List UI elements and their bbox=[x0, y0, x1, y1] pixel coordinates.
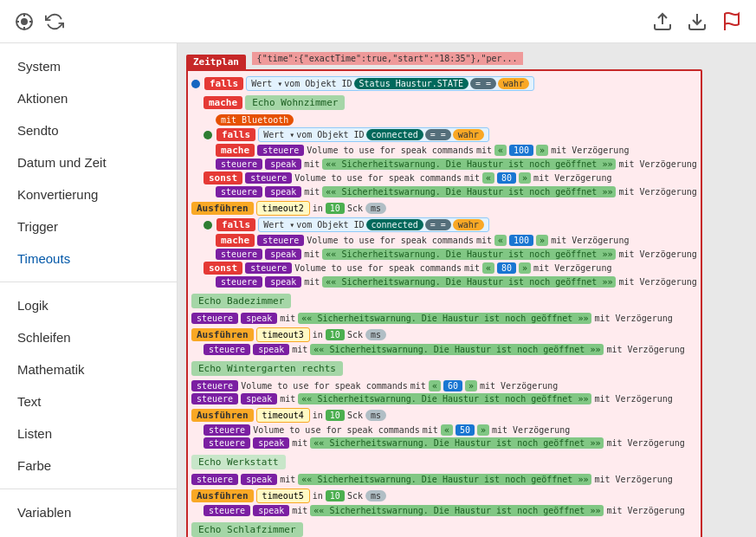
export-icon[interactable] bbox=[652, 11, 673, 32]
row-sonst-1: sonst steuere Volume to use for speak co… bbox=[204, 171, 697, 184]
row-steuere-speak-3: steuere speak mit «« Sicherheitswarnung.… bbox=[216, 249, 697, 260]
top-bar bbox=[0, 0, 756, 43]
kw-falls-1: falls bbox=[204, 77, 243, 90]
row-steuere-speak-9: steuere speak mit «« Sicherheitswarnung.… bbox=[191, 474, 697, 485]
sidebar-item-logik[interactable]: Logik bbox=[0, 289, 177, 321]
row-steuere-speak-2: steuere speak mit «« Sicherheitswarnung.… bbox=[216, 186, 697, 197]
row-steuere-speak-5: steuere speak mit «« Sicherheitswarnung.… bbox=[191, 313, 697, 324]
echo-schlafzimmer-label: Echo Schlafzimmer bbox=[191, 520, 697, 537]
row-steuere-speak-4: steuere speak mit «« Sicherheitswarnung.… bbox=[216, 276, 697, 288]
sidebar: System Aktionen Sendto Datum und Zeit Ko… bbox=[0, 43, 178, 537]
row-steuere-speak-8: steuere speak mit «« Sicherheitswarnung.… bbox=[204, 437, 697, 449]
blocks-container: Zeitplan {"time":{"exactTime":true,"star… bbox=[186, 52, 702, 537]
sidebar-item-datum[interactable]: Datum und Zeit bbox=[0, 146, 177, 178]
sidebar-item-farbe[interactable]: Farbe bbox=[0, 450, 177, 482]
row-steuere-volume-4: steuere Volume to use for speak commands… bbox=[204, 424, 697, 436]
row-falls-1: falls Wert ▾ vom Objekt ID Status Haustu… bbox=[191, 76, 697, 91]
echo-wintergarten-label: Echo Wintergarten rechts bbox=[191, 359, 697, 378]
target-icon[interactable] bbox=[14, 11, 35, 32]
kw-mache-1: mache bbox=[204, 96, 242, 109]
top-bar-left bbox=[14, 11, 64, 32]
echo-badezimmer-label: Echo Badezimmer bbox=[191, 291, 697, 311]
row-ausfuehren-3: Ausführen timeout4 in 10 Sck ms bbox=[191, 408, 697, 423]
sidebar-item-konvertierung[interactable]: Konvertierung bbox=[0, 178, 177, 210]
pill-bluetooth: mit Bluetooth bbox=[216, 114, 294, 126]
row-bluetooth: mit Bluetooth bbox=[216, 114, 697, 126]
block-main: falls Wert ▾ vom Objekt ID Status Haustu… bbox=[186, 69, 702, 537]
row-steuere-speak-1: steuere speak mit «« Sicherheitswarnung.… bbox=[216, 159, 697, 170]
sidebar-item-listen[interactable]: Listen bbox=[0, 417, 177, 450]
flag-icon[interactable] bbox=[721, 11, 742, 32]
canvas-area[interactable]: Zeitplan {"time":{"exactTime":true,"star… bbox=[178, 43, 756, 537]
row-mache-volume-1: mache steuere Volume to use for speak co… bbox=[216, 144, 697, 157]
wert-1: Wert ▾ vom Objekt ID Status Haustur.STAT… bbox=[246, 76, 534, 91]
sidebar-divider-2 bbox=[0, 488, 177, 489]
row-ausfuehren-4: Ausführen timeout5 in 10 Sck ms bbox=[191, 488, 697, 503]
sidebar-item-variablen[interactable]: Variablen bbox=[0, 496, 177, 528]
row-sonst-2: sonst steuere Volume to use for speak co… bbox=[204, 262, 697, 275]
row-steuere-speak-6: steuere speak mit «« Sicherheitswarnung.… bbox=[204, 344, 697, 355]
sidebar-item-trigger[interactable]: Trigger bbox=[0, 210, 177, 243]
main-block: Zeitplan {"time":{"exactTime":true,"star… bbox=[186, 52, 702, 537]
import-icon[interactable] bbox=[687, 11, 708, 32]
row-mache-volume-2: mache steuere Volume to use for speak co… bbox=[216, 234, 697, 247]
row-mache-1: mache Echo Wohnzimmer bbox=[204, 93, 697, 113]
row-steuere-speak-10: steuere speak mit «« Sicherheitswarnung.… bbox=[204, 505, 697, 516]
block-subtitle: {"time":{"exactTime":true,"start":"18:35… bbox=[252, 52, 523, 65]
row-ausfuehren-1: Ausführen timeout2 in 10 Sck ms bbox=[191, 201, 697, 216]
sidebar-item-aktionen[interactable]: Aktionen bbox=[0, 82, 177, 114]
dot-1 bbox=[191, 80, 200, 88]
sidebar-item-sendto[interactable]: Sendto bbox=[0, 114, 177, 146]
svg-point-1 bbox=[21, 18, 28, 25]
echo-wohnzimmer: Echo Wohnzimmer bbox=[245, 95, 345, 110]
sidebar-item-funktionen[interactable]: Funktionen bbox=[0, 528, 177, 537]
row-ausfuehren-2: Ausführen timeout3 in 10 Sck ms bbox=[191, 327, 697, 342]
row-steuere-volume-3: steuere Volume to use for speak commands… bbox=[191, 380, 697, 391]
sidebar-divider-1 bbox=[0, 281, 177, 282]
wert-2: Wert ▾ vom Objekt ID connected = = wahr bbox=[258, 127, 489, 142]
refresh-icon[interactable] bbox=[45, 12, 64, 31]
dot-3 bbox=[204, 221, 212, 230]
sidebar-item-text[interactable]: Text bbox=[0, 385, 177, 417]
row-falls-2: falls Wert ▾ vom Objekt ID connected = =… bbox=[204, 127, 697, 142]
sidebar-item-timeouts[interactable]: Timeouts bbox=[0, 243, 177, 275]
top-bar-right bbox=[652, 11, 742, 32]
dot-2 bbox=[204, 131, 212, 139]
block-title: Zeitplan bbox=[186, 55, 246, 69]
main: System Aktionen Sendto Datum und Zeit Ko… bbox=[0, 43, 756, 537]
kw-falls-2: falls bbox=[216, 128, 255, 141]
sidebar-item-mathematik[interactable]: Mathematik bbox=[0, 353, 177, 385]
sidebar-item-schleifen[interactable]: Schleifen bbox=[0, 321, 177, 353]
echo-werkstatt-label: Echo Werkstatt bbox=[191, 452, 697, 472]
row-steuere-speak-7: steuere speak mit «« Sicherheitswarnung.… bbox=[191, 393, 697, 404]
sidebar-item-system[interactable]: System bbox=[0, 50, 177, 82]
row-falls-3: falls Wert ▾ vom Objekt ID connected = =… bbox=[204, 217, 697, 232]
